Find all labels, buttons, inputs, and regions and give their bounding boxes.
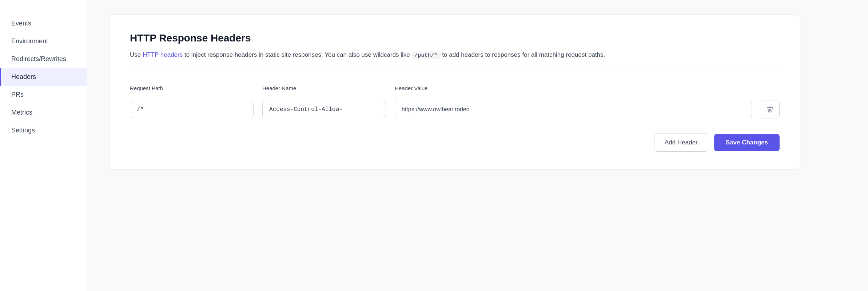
header-value-label: Header Value (395, 85, 780, 91)
trash-icon (767, 106, 774, 113)
add-header-button[interactable]: Add Header (654, 133, 708, 152)
sidebar-item-label: Events (11, 20, 31, 27)
sidebar-item-label: PRs (11, 91, 24, 98)
card-title: HTTP Response Headers (130, 32, 780, 44)
header-name-label: Header Name (262, 85, 386, 91)
divider (130, 72, 780, 72)
path-code: /path/* (412, 52, 441, 59)
sidebar-item-metrics[interactable]: Metrics (0, 104, 87, 121)
sidebar: Events Environment Redirects/Rewrites He… (0, 0, 87, 291)
main-content: HTTP Response Headers Use HTTP headers t… (87, 0, 868, 291)
http-headers-link[interactable]: HTTP headers (143, 51, 183, 58)
description-prefix: Use (130, 51, 143, 58)
sidebar-item-label: Redirects/Rewrites (11, 55, 66, 63)
sidebar-item-headers[interactable]: Headers (0, 68, 87, 86)
sidebar-item-settings[interactable]: Settings (0, 121, 87, 139)
http-response-headers-card: HTTP Response Headers Use HTTP headers t… (109, 15, 800, 170)
sidebar-item-prs[interactable]: PRs (0, 86, 87, 104)
card-description: Use HTTP headers to inject response head… (130, 50, 780, 60)
request-path-label: Request Path (130, 85, 254, 91)
description-middle: to inject response headers in static sit… (183, 51, 411, 58)
sidebar-item-environment[interactable]: Environment (0, 32, 87, 50)
request-path-input[interactable] (130, 101, 254, 118)
request-path-field-wrapper (130, 101, 254, 118)
header-value-field-wrapper (395, 101, 752, 118)
sidebar-item-label: Environment (11, 37, 48, 45)
header-value-input[interactable] (395, 101, 752, 118)
header-name-field-wrapper (262, 101, 386, 118)
actions-row: Add Header Save Changes (130, 133, 780, 152)
header-name-input[interactable] (262, 101, 386, 118)
sidebar-item-label: Metrics (11, 109, 32, 116)
sidebar-item-label: Headers (11, 73, 36, 80)
sidebar-item-events[interactable]: Events (0, 15, 87, 32)
form-input-row (130, 100, 780, 119)
delete-row-button[interactable] (761, 100, 780, 119)
description-suffix: to add headers to responses for all matc… (441, 51, 605, 58)
form-labels-row: Request Path Header Name Header Value (130, 85, 780, 91)
sidebar-item-redirects-rewrites[interactable]: Redirects/Rewrites (0, 50, 87, 68)
sidebar-item-label: Settings (11, 127, 35, 134)
save-changes-button[interactable]: Save Changes (714, 134, 780, 151)
form-section: Request Path Header Name Header Value (130, 85, 780, 152)
